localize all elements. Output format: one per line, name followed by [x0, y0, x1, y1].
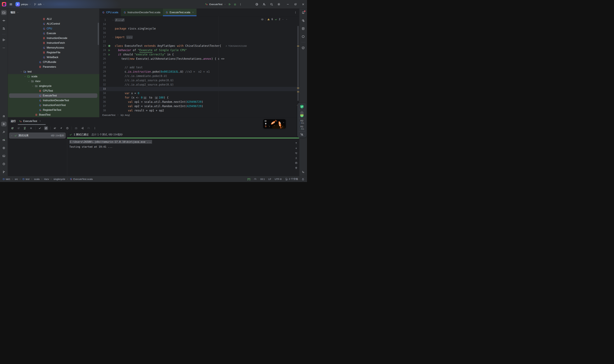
run-config-name[interactable]: ExecuteTest [209, 3, 223, 6]
code-line-36[interactable]: 36 val op1 = scala.util.Random.nextInt(4… [99, 100, 299, 104]
code-line-22[interactable]: 22 [99, 39, 299, 44]
tree-item-test[interactable]: test [8, 69, 99, 74]
tree-item-scala[interactable]: scala [8, 74, 99, 79]
code-line-27[interactable]: 27 [99, 61, 299, 65]
status-crumb-test[interactable]: test [22, 178, 29, 180]
code-line-15[interactable]: 15package riscv.singlecycle [99, 26, 299, 31]
tree-item-riscv[interactable]: riscv [8, 79, 99, 84]
code-line-26[interactable]: 26 test(new Execute).withAnnotations(Tes… [99, 57, 299, 61]
memory-indicator[interactable] [254, 178, 257, 181]
code-line-34[interactable]: 34 var x = 0 [99, 91, 299, 95]
tree-item-execute[interactable]: Execute [8, 31, 99, 36]
code-line-35[interactable]: 35 for (x <- 0≤ to ≤100) { [99, 95, 299, 100]
tree-item-parameters[interactable]: Parameters [8, 65, 99, 69]
code-line-28[interactable]: 28 // add test [99, 65, 299, 70]
tab-close-icon[interactable] [192, 11, 194, 14]
test-history-button[interactable] [65, 126, 69, 130]
version-control-tool-button[interactable] [1, 169, 7, 174]
tree-item-registerfile[interactable]: RegisterFile [8, 50, 99, 55]
next-problem-button[interactable] [286, 18, 288, 20]
minimize-button[interactable] [284, 0, 292, 9]
tree-item-alu[interactable]: ALU [8, 17, 99, 21]
code-line-37[interactable]: 37 val op2 = scala.util.Random.nextInt(4… [99, 104, 299, 108]
warning-stripe-mark[interactable] [297, 92, 299, 92]
code-line-30[interactable]: 30 //c.io.immediate.poke(0.U) [99, 74, 299, 78]
run-test-gutter-icon[interactable] [108, 49, 111, 52]
status-crumb-src[interactable]: src [15, 178, 18, 180]
hamburger-menu-icon[interactable] [9, 2, 13, 6]
screenshot-button[interactable] [74, 126, 78, 130]
ime-skin-icon[interactable] [265, 123, 267, 125]
restore-button[interactable] [292, 0, 299, 9]
project-widget[interactable]: Y yatcpu [15, 2, 31, 6]
show-passed-button[interactable] [38, 126, 42, 130]
status-crumb-scala[interactable]: scala [34, 178, 40, 180]
clear-console-button[interactable] [295, 167, 298, 169]
file-encoding[interactable]: UTF-8 [275, 178, 281, 180]
run-tool-button[interactable] [1, 122, 7, 126]
run-test-gutter-icon[interactable] [108, 45, 111, 47]
dependencies-tool-button[interactable] [300, 46, 306, 50]
structure-tool-button[interactable] [1, 38, 7, 42]
tab-instructiondecodertest-scala[interactable]: InstructionDecoderTest.scala [121, 9, 163, 16]
status-crumb-riscv[interactable]: riscv [44, 178, 49, 180]
branch-widget[interactable]: zzh [34, 3, 45, 6]
project-tool-button[interactable] [1, 10, 7, 15]
code-line-17[interactable]: 17import ... [99, 35, 299, 39]
code-line-24[interactable]: 24 behavior of "Exxecute of Single Cycle… [99, 48, 299, 52]
rerun-failed-button[interactable] [17, 126, 20, 130]
status-crumb-lab1[interactable]: lab1 [2, 178, 10, 180]
ai-assistant-button[interactable] [255, 3, 258, 6]
import-tests-button[interactable] [80, 126, 84, 130]
scroll-up-button[interactable] [295, 142, 298, 144]
run-tab-close-icon[interactable] [39, 120, 41, 123]
tree-item-writeback[interactable]: WriteBack [8, 55, 99, 60]
warning-stripe-mark[interactable] [297, 88, 299, 88]
database-tool-button[interactable] [300, 26, 306, 31]
tree-item-registerfiletest[interactable]: RegisterFileTest [8, 108, 99, 112]
toggle-auto-test-button[interactable] [23, 126, 27, 130]
code-line-16[interactable]: 16 [99, 31, 299, 35]
tree-item-instructionfetch[interactable]: InstructionFetch [8, 40, 99, 45]
highlighting-level-button[interactable] [261, 18, 264, 21]
rerun-button[interactable] [10, 126, 14, 130]
more-tools-button[interactable] [1, 46, 7, 50]
code-vision-author[interactable]: TOKISAKIX\21168 [225, 44, 247, 48]
notifications-button[interactable] [300, 10, 306, 15]
settings-button[interactable] [277, 3, 280, 6]
project-view-selector[interactable] [17, 12, 19, 13]
code-editor[interactable]: 1/.../1415package riscv.singlecycle1617i… [99, 16, 299, 113]
run-tab-executetest[interactable]: ExecuteTest [19, 120, 41, 123]
close-button[interactable] [299, 0, 307, 9]
services-tool-button[interactable] [1, 138, 7, 143]
run-more-button[interactable] [238, 2, 242, 6]
breadcrumb[interactable]: λ(c: Any) [121, 114, 130, 116]
run-test-gutter-icon[interactable] [108, 53, 111, 56]
tree-item-cpubundle[interactable]: CPUBundle [8, 60, 99, 65]
tree-item-instructiondecodertest[interactable]: InstructionDecoderTest [8, 98, 99, 103]
debug-button[interactable] [233, 2, 237, 6]
tab-cpu-scala[interactable]: CPU.scala [99, 9, 121, 16]
ime-widget[interactable]: 中 S [263, 119, 286, 129]
debug-tool-button[interactable] [1, 114, 7, 118]
console-output[interactable]: C:\Users\26586\.jdks\temurin-17.0.16\bin… [67, 138, 299, 176]
tab-executetest-scala[interactable]: ExecuteTest.scala [163, 9, 196, 16]
code-line-38[interactable]: 38 val result = op1 + op2 [99, 108, 299, 113]
fold-arrow-icon[interactable] [112, 36, 114, 38]
fold-arrow-icon[interactable] [112, 19, 114, 21]
problems-tool-button[interactable] [1, 162, 7, 166]
readonly-toggle[interactable] [302, 178, 305, 181]
code-line-31[interactable]: 31 //c.io.aluop1_source.poke(0.U) [99, 78, 299, 83]
show-ignored-button[interactable] [44, 126, 48, 130]
indent-setting[interactable]: 2 个空格 [285, 178, 298, 181]
tree-item-instructiondecode[interactable]: InstructionDecode [8, 36, 99, 40]
commit-tool-button[interactable] [1, 18, 7, 23]
tree-item-boardtest[interactable]: BoardTest [8, 112, 99, 117]
terminal-tool-button[interactable] [1, 154, 7, 158]
code-line-25[interactable]: 25 it should "execute correctly" in { [99, 52, 299, 57]
caret-position[interactable]: 33:1 [260, 178, 265, 180]
soft-wrap-button[interactable] [295, 152, 298, 154]
stop-button[interactable] [29, 126, 33, 130]
code-line-29[interactable]: 29 c.io.instruction.poke(0x001101b3L.U) … [99, 70, 299, 74]
tree-item-memoryaccess[interactable]: MemoryAccess [8, 45, 99, 50]
